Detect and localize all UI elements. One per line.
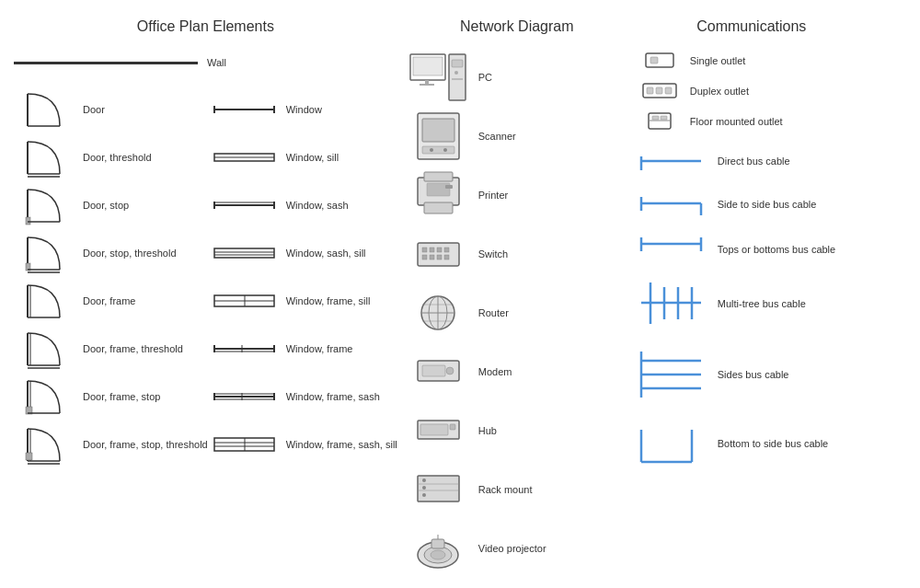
svg-rect-37 bbox=[214, 248, 274, 258]
door-stop-threshold-symbol bbox=[14, 233, 78, 274]
hub-label: Hub bbox=[478, 425, 497, 436]
svg-rect-83 bbox=[437, 255, 442, 259]
list-item: Window, frame, sash, sill bbox=[208, 421, 397, 468]
cables-list: Direct bus cable Side to side bus cable bbox=[637, 147, 867, 467]
window-frame-sash-sill-symbol bbox=[208, 424, 282, 466]
pc-label: PC bbox=[478, 72, 492, 83]
pc-symbol bbox=[407, 52, 471, 103]
rack-mount-label: Rack mount bbox=[478, 484, 533, 495]
tops-bottoms-cable-symbol bbox=[637, 233, 710, 265]
network-diagram-section: Network Diagram bbox=[402, 18, 632, 570]
scanner-symbol bbox=[407, 111, 471, 162]
svg-rect-61 bbox=[420, 84, 434, 86]
printer-label: Printer bbox=[478, 190, 508, 201]
svg-rect-75 bbox=[445, 185, 453, 189]
multi-tree-cable-symbol bbox=[637, 278, 710, 329]
door-frame-stop-label: Door, frame, stop bbox=[83, 391, 160, 402]
svg-point-105 bbox=[431, 550, 445, 559]
window-sill-symbol bbox=[208, 137, 282, 179]
window-frame-sill-label: Window, frame, sill bbox=[286, 295, 371, 306]
svg-rect-73 bbox=[424, 202, 453, 213]
window-frame-label: Window, frame bbox=[286, 343, 353, 354]
list-item: Video projector bbox=[407, 520, 627, 577]
list-item: Door, stop, threshold bbox=[14, 229, 208, 277]
list-item: Door, frame, threshold bbox=[14, 325, 208, 373]
list-item: Door, frame, stop, threshold bbox=[14, 421, 208, 468]
list-item: Single outlet bbox=[637, 49, 867, 72]
list-item: Switch bbox=[407, 225, 627, 282]
list-item: PC bbox=[407, 49, 627, 106]
door-frame-threshold-symbol bbox=[14, 329, 78, 370]
svg-point-69 bbox=[430, 148, 433, 152]
window-label: Window bbox=[286, 104, 322, 115]
list-item: Printer bbox=[407, 167, 627, 224]
list-item: Floor mounted outlet bbox=[637, 110, 867, 133]
svg-rect-92 bbox=[422, 365, 445, 376]
door-stop-threshold-label: Door, stop, threshold bbox=[83, 248, 177, 259]
svg-rect-79 bbox=[437, 248, 442, 252]
svg-rect-25 bbox=[26, 453, 32, 460]
door-symbol bbox=[14, 89, 78, 131]
door-column: Door Door, threshold bbox=[14, 86, 208, 468]
svg-rect-108 bbox=[646, 53, 673, 67]
svg-rect-80 bbox=[444, 248, 449, 252]
modem-symbol bbox=[407, 353, 471, 390]
single-outlet-label: Single outlet bbox=[690, 55, 746, 66]
svg-rect-95 bbox=[420, 424, 448, 435]
svg-rect-6 bbox=[26, 217, 30, 225]
window-frame-sash-label: Window, frame, sash bbox=[286, 391, 380, 402]
svg-point-64 bbox=[454, 71, 458, 75]
single-outlet-symbol bbox=[637, 49, 683, 72]
direct-bus-cable-label: Direct bus cable bbox=[718, 156, 790, 167]
communications-title: Communications bbox=[637, 18, 867, 35]
modem-label: Modem bbox=[478, 366, 512, 377]
bottom-to-side-cable-symbol bbox=[637, 421, 710, 467]
door-frame-stop-threshold-label: Door, frame, stop, threshold bbox=[83, 439, 208, 450]
svg-point-100 bbox=[422, 478, 426, 482]
door-threshold-label: Door, threshold bbox=[83, 152, 152, 163]
door-frame-symbol bbox=[14, 281, 78, 322]
door-stop-label: Door, stop bbox=[83, 200, 129, 211]
window-sash-sill-label: Window, sash, sill bbox=[286, 248, 366, 259]
network-diagram-title: Network Diagram bbox=[407, 18, 627, 35]
door-label: Door bbox=[83, 104, 105, 115]
multi-tree-cable-label: Multi-tree bus cable bbox=[718, 298, 806, 309]
wall-row: Wall bbox=[14, 49, 397, 76]
window-frame-symbol bbox=[208, 329, 282, 370]
door-frame-stop-threshold-symbol bbox=[14, 424, 78, 466]
list-item: Door, frame, stop bbox=[14, 373, 208, 421]
list-item: Router bbox=[407, 284, 627, 341]
list-item: Direct bus cable bbox=[637, 147, 867, 175]
list-item: Bottom to side bus cable bbox=[637, 421, 867, 467]
window-sash-label: Window, sash bbox=[286, 200, 349, 211]
sides-bus-cable-label: Sides bus cable bbox=[718, 369, 789, 380]
router-label: Router bbox=[478, 307, 509, 318]
window-frame-sill-symbol bbox=[208, 281, 282, 322]
list-item: Multi-tree bus cable bbox=[637, 278, 867, 329]
scanner-label: Scanner bbox=[478, 131, 516, 142]
tops-bottoms-cable-label: Tops or bottoms bus cable bbox=[718, 244, 835, 255]
svg-rect-84 bbox=[444, 255, 449, 259]
outlets-list: Single outlet Duplex outlet bbox=[637, 49, 867, 140]
list-item: Rack mount bbox=[407, 461, 627, 518]
svg-rect-113 bbox=[665, 87, 672, 94]
window-sash-sill-symbol bbox=[208, 233, 282, 274]
list-item: Sides bus cable bbox=[637, 347, 867, 402]
svg-point-70 bbox=[443, 148, 447, 152]
svg-rect-82 bbox=[430, 255, 434, 259]
svg-rect-96 bbox=[450, 424, 455, 430]
list-item: Door bbox=[14, 86, 208, 133]
svg-point-102 bbox=[422, 493, 426, 497]
svg-rect-116 bbox=[652, 116, 659, 120]
list-item: Scanner bbox=[407, 108, 627, 165]
duplex-outlet-label: Duplex outlet bbox=[690, 86, 749, 97]
svg-rect-111 bbox=[647, 87, 653, 94]
svg-rect-59 bbox=[413, 57, 443, 75]
wall-label: Wall bbox=[207, 57, 226, 68]
svg-rect-72 bbox=[424, 172, 453, 181]
list-item: Side to side bus cable bbox=[637, 188, 867, 220]
list-item: Window, frame, sill bbox=[208, 277, 397, 325]
door-frame-stop-symbol bbox=[14, 376, 78, 418]
switch-label: Switch bbox=[478, 248, 508, 259]
list-item: Tops or bottoms bus cable bbox=[637, 233, 867, 265]
